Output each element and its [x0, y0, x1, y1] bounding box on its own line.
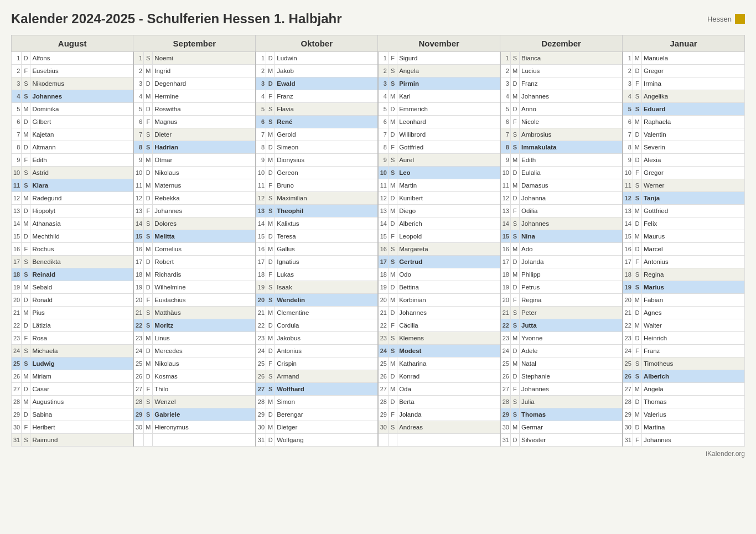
day-letter: D: [633, 243, 641, 256]
day-letter: M: [22, 192, 30, 205]
day-number: 27: [378, 383, 389, 396]
day-letter: D: [144, 77, 153, 90]
day-letter: S: [633, 268, 641, 281]
table-row: 12MRadegund12DRebekka12SMaximilian12DKun…: [12, 192, 745, 205]
day-number: 5: [256, 103, 266, 116]
day-letter: D: [266, 52, 275, 65]
day-number: 5: [12, 103, 22, 116]
day-name: Korbinian: [397, 294, 500, 307]
day-name: Dieter: [153, 128, 256, 141]
day-number: 19: [12, 281, 22, 294]
day-name: Edith: [30, 154, 133, 167]
day-name: Ludwig: [30, 357, 133, 370]
day-letter: D: [266, 230, 275, 243]
day-letter: D: [144, 192, 153, 205]
day-number: 9: [623, 154, 633, 167]
day-number: 23: [500, 332, 511, 345]
day-name: Cornelius: [153, 243, 256, 256]
day-letter: M: [266, 396, 275, 408]
day-letter: S: [144, 128, 153, 141]
day-letter: D: [388, 281, 397, 294]
day-name: Ado: [520, 243, 623, 256]
day-letter: M: [266, 307, 275, 319]
table-row: 31SRaimund31DWolfgang31DSilvester31FJoha…: [12, 434, 745, 447]
day-name: Eusebius: [30, 65, 133, 77]
day-number: 31: [623, 434, 633, 447]
day-letter: M: [22, 396, 30, 408]
day-name: Regina: [520, 294, 623, 307]
day-name: Maurus: [641, 230, 744, 243]
day-name: Raphaela: [641, 116, 744, 128]
table-row: 14MAthanasia14SDolores14MKalixtus14DAlbe…: [12, 217, 745, 230]
day-number: 5: [133, 103, 144, 116]
day-name: Kosmas: [153, 370, 256, 383]
day-number: 25: [256, 357, 266, 370]
day-number: 15: [623, 230, 633, 243]
table-row: 9FEdith9MOtmar9MDionysius9SAurel9MEdith9…: [12, 154, 745, 167]
day-name: Johannes: [520, 217, 623, 230]
day-number: 17: [133, 256, 144, 268]
day-letter: D: [266, 319, 275, 332]
day-name: Kajetan: [30, 128, 133, 141]
day-letter: M: [510, 90, 519, 103]
day-number: 11: [256, 179, 266, 192]
day-letter: S: [388, 65, 397, 77]
day-name: Wenzel: [153, 396, 256, 408]
day-name: Nikolaus: [153, 357, 256, 370]
day-number: 7: [256, 128, 266, 141]
day-number: 28: [500, 396, 511, 408]
day-name: Gilbert: [30, 116, 133, 128]
day-name: Anno: [520, 103, 623, 116]
day-letter: D: [266, 141, 275, 154]
day-letter: S: [22, 357, 30, 370]
table-row: 10SAstrid10DNikolaus10DGereon10SLeo10DEu…: [12, 167, 745, 179]
day-letter: S: [22, 434, 30, 447]
day-name: Gottfried: [641, 205, 744, 217]
day-letter: S: [510, 408, 519, 421]
day-number: 10: [133, 167, 144, 179]
table-row: 21MPius21SMatthäus21MClementine21DJohann…: [12, 307, 745, 319]
header-november: November: [378, 35, 500, 52]
day-name: Alberich: [397, 217, 500, 230]
day-letter: M: [388, 294, 397, 307]
day-number: 23: [623, 332, 633, 345]
day-name: Altmann: [30, 141, 133, 154]
day-name: Radegund: [30, 192, 133, 205]
day-number: 21: [500, 307, 511, 319]
day-number: 21: [256, 307, 266, 319]
day-letter: D: [388, 370, 397, 383]
day-number: 20: [12, 294, 22, 307]
day-letter: S: [510, 141, 519, 154]
day-letter: S: [388, 77, 397, 90]
day-name: Simon: [275, 396, 378, 408]
day-number: 16: [133, 243, 144, 256]
day-letter: M: [633, 116, 641, 128]
table-row: 1DAlfons1SNoemi1DLudwin1FSigurd1SBianca1…: [12, 52, 745, 65]
day-name: Jakob: [275, 65, 378, 77]
day-number: 9: [12, 154, 22, 167]
day-number: 2: [12, 65, 22, 77]
day-letter: S: [510, 128, 519, 141]
day-name: Otmar: [153, 154, 256, 167]
day-number: 29: [12, 408, 22, 421]
day-number: 23: [12, 332, 22, 345]
day-letter: M: [388, 179, 397, 192]
day-letter: M: [144, 268, 153, 281]
day-name: Alfons: [30, 52, 133, 65]
day-name: Klara: [30, 179, 133, 192]
day-number: 7: [133, 128, 144, 141]
day-letter: F: [266, 90, 275, 103]
day-name: Reinald: [30, 268, 133, 281]
day-name: Thilo: [153, 383, 256, 396]
day-letter: F: [22, 421, 30, 434]
day-letter: M: [388, 383, 397, 396]
table-row: 27DCäsar27FThilo27SWolfhard27MOda27FJoha…: [12, 383, 745, 396]
day-number: 7: [623, 128, 633, 141]
day-number: 1: [378, 52, 389, 65]
day-letter: D: [144, 281, 153, 294]
day-name: Martin: [397, 179, 500, 192]
day-number: 14: [133, 217, 144, 230]
day-name: Teresa: [275, 230, 378, 243]
day-number: 1: [623, 52, 633, 65]
day-letter: M: [633, 319, 641, 332]
